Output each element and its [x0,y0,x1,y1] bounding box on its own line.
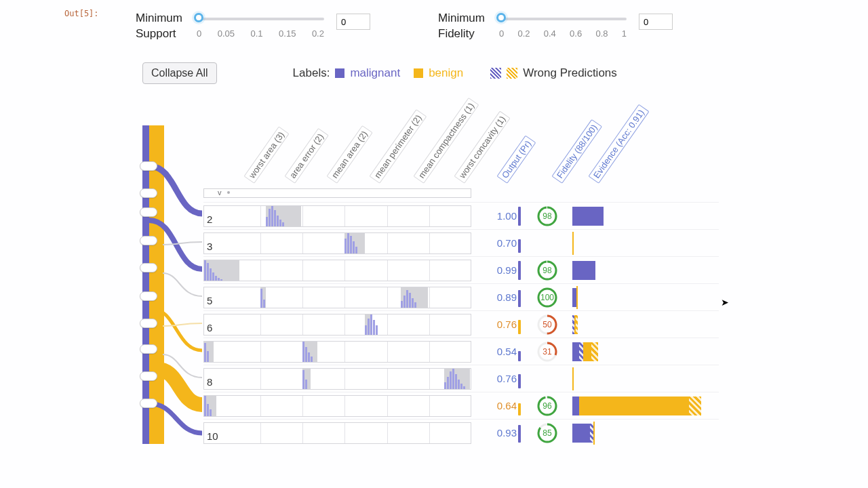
flow-split-handle[interactable] [140,263,157,272]
rule-row[interactable]: 10 0.93 85 [203,419,719,446]
min-support-track[interactable] [197,16,324,20]
legend: Labels: malignant benign Wrong Predictio… [293,66,617,80]
evidence-bar [572,315,578,334]
swatch-wrong-benign [507,68,517,79]
dot-icon [227,191,230,194]
fidelity-badge: 50 [537,314,557,335]
rule-row[interactable]: 4 0.99 98 [203,256,719,283]
min-support-ticks: 00.050.10.150.2 [197,28,324,39]
rule-row[interactable]: 6 0.76 50 [203,310,719,338]
swatch-malignant [335,68,344,78]
flow-split-handle[interactable] [140,207,157,217]
output-bar [518,374,521,388]
rule-row[interactable]: 9 0.64 96 [203,392,719,419]
min-fidelity-ticks: 00.20.40.60.81 [499,28,627,39]
flow-split-handle[interactable] [140,236,157,245]
fidelity-badge: 31 [537,342,557,362]
evidence-bar [572,207,604,226]
rule-row[interactable]: 7 0.54 31 [203,338,719,365]
rule-conditions[interactable]: 6 [203,314,471,336]
rule-conditions[interactable]: 10 [203,422,471,444]
rule-row[interactable]: 8 0.76 [203,365,719,392]
rule-id: 2 [207,214,212,225]
min-support-handle[interactable] [194,13,203,22]
rule-id: 5 [207,295,212,306]
fidelity-badge: 100 [537,287,557,308]
evidence-bar [572,396,701,415]
legend-labels-title: Labels: [293,66,330,80]
rule-id: 6 [207,322,212,333]
min-fidelity-label: Minimum Fidelity [438,11,492,42]
output-probability: 0.76 [481,373,517,384]
output-bar [518,207,521,226]
rule-id: 10 [207,430,218,442]
min-fidelity-handle[interactable] [496,13,506,22]
output-bar [518,290,521,307]
output-probability: 0.70 [481,237,517,249]
feature-header[interactable]: mean area (2) [326,125,372,184]
rule-table: v 2 1.00 98 3 0.70 4 [203,188,719,446]
output-bar [518,261,521,280]
flow-split-handle[interactable] [140,319,157,328]
flow-split-handle[interactable] [140,344,157,354]
fidelity-badge: 98 [537,206,557,226]
rule-conditions[interactable]: 9 [203,395,471,417]
rule-header-row[interactable]: v [203,188,471,198]
evidence-bar [572,369,575,388]
swatch-wrong-malignant [490,68,501,79]
rule-row[interactable]: 2 1.00 98 [203,202,719,229]
rule-id: 3 [207,241,212,252]
output-bar [518,320,521,334]
dataflow-column [142,125,171,444]
rule-row[interactable]: 5 0.89 100 [203,283,719,310]
output-bar [518,239,521,253]
rule-conditions[interactable]: 4 [203,260,471,281]
output-cell-label: Out[5]: [64,9,99,18]
rule-conditions[interactable]: 5 [203,287,471,308]
collapse-all-button[interactable]: Collapse All [142,62,217,84]
legend-benign: benign [429,66,463,80]
output-probability: 0.64 [481,400,517,411]
min-fidelity-slider: Minimum Fidelity 00.20.40.60.81 [438,11,673,42]
evidence-bar [572,424,595,443]
feature-header[interactable]: worst area (3) [243,126,289,184]
evidence-bar [572,342,598,361]
output-probability: 1.00 [481,210,517,222]
flow-split-handle[interactable] [140,161,157,171]
flow-split-handle[interactable] [140,399,157,408]
flow-split-handle[interactable] [140,291,157,301]
swatch-benign [414,68,423,78]
min-support-slider: Minimum Support 00.050.10.150.2 [136,11,370,42]
min-support-input[interactable] [336,14,370,30]
rule-conditions[interactable]: 8 [203,368,471,390]
evidence-bar [572,234,575,253]
evidence-bar [572,288,578,307]
col-evidence-header[interactable]: Evidence (Acc: 0.91) [588,104,649,184]
rule-conditions[interactable]: 3 [203,232,471,254]
col-output-header[interactable]: Output (Pr) [496,135,536,184]
output-bar [518,403,521,415]
rule-conditions[interactable]: 2 [203,205,471,227]
column-headers: worst area (3) area error (2) mean area … [227,88,722,186]
fidelity-badge: 85 [537,423,557,443]
output-probability: 0.99 [481,264,517,276]
min-fidelity-track[interactable] [499,16,627,20]
output-probability: 0.76 [481,319,517,330]
evidence-bar [572,261,595,280]
rule-row[interactable]: 3 0.70 [203,229,719,256]
output-probability: 0.89 [481,291,517,303]
min-fidelity-input[interactable] [639,14,673,30]
feature-header[interactable]: area error (2) [284,128,328,184]
legend-wrong: Wrong Predictions [523,66,617,80]
output-probability: 0.54 [481,346,517,357]
flow-split-handle[interactable] [140,371,157,381]
output-bar [518,351,521,361]
flow-split-handle[interactable] [140,188,157,198]
min-support-label: Minimum Support [136,11,190,42]
legend-malignant: malignant [350,66,400,80]
fidelity-badge: 96 [537,396,557,416]
chevron-down-icon[interactable]: v [218,188,222,197]
rule-conditions[interactable]: 7 [203,341,471,363]
cursor-icon: ➤ [721,297,729,308]
rule-id: 8 [207,376,212,388]
